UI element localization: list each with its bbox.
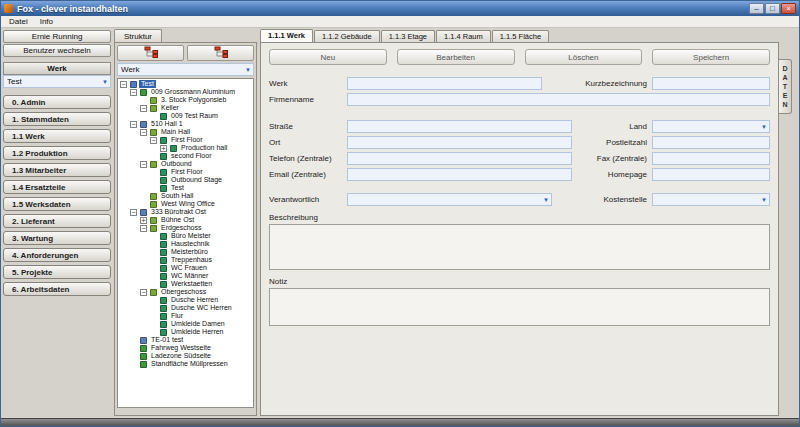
telefon-input[interactable]	[347, 152, 572, 165]
ort-input[interactable]	[347, 136, 572, 149]
tree-item[interactable]: Umkleide Herren	[118, 328, 253, 336]
sidebar-item-1-stammdaten[interactable]: 1. Stammdaten	[3, 112, 111, 126]
menu-item-info[interactable]: Info	[34, 17, 59, 26]
collapse-icon[interactable]: −	[140, 129, 147, 136]
tree-item[interactable]: −Main Hall	[118, 128, 253, 136]
firmenname-input[interactable]	[347, 93, 770, 106]
tree-item[interactable]: Werkstaetten	[118, 280, 253, 288]
tree-item[interactable]: Haustechnik	[118, 240, 253, 248]
verantwortlich-select[interactable]: ▼	[347, 193, 552, 206]
room-icon	[160, 177, 167, 184]
tree-item[interactable]: Ladezone Südseite	[118, 352, 253, 360]
tree-item[interactable]: Meisterbüro	[118, 248, 253, 256]
structure-filter-select[interactable]: Werk ▼	[117, 63, 254, 76]
collapse-icon[interactable]: −	[140, 289, 147, 296]
tree-item[interactable]: −Obergeschoss	[118, 288, 253, 296]
sidebar-item-1-1-werk[interactable]: 1.1 Werk	[3, 129, 111, 143]
tree-item[interactable]: Flur	[118, 312, 253, 320]
tab-1-1-4-raum[interactable]: 1.1.4 Raum	[436, 30, 491, 42]
tree-item[interactable]: 3. Stock Polygonsieb	[118, 96, 253, 104]
sidebar-item-3-wartung[interactable]: 3. Wartung	[3, 231, 111, 245]
werk-select[interactable]: Test ▼	[3, 75, 111, 88]
tree-item[interactable]: second Floor	[118, 152, 253, 160]
tree-item[interactable]: −009 Grossmann Aluminium	[118, 88, 253, 96]
tab-1-1-3-etage[interactable]: 1.1.3 Etage	[381, 30, 435, 42]
speichern-button[interactable]: Speichern	[652, 49, 770, 65]
tree-item[interactable]: Umkleide Damen	[118, 320, 253, 328]
tree-item[interactable]: First Floor	[118, 168, 253, 176]
bearbeiten-button[interactable]: Bearbeiten	[397, 49, 515, 65]
tree-item[interactable]: −First Floor	[118, 136, 253, 144]
collapse-all-button[interactable]	[117, 45, 184, 61]
tree-item[interactable]: −Keller	[118, 104, 253, 112]
kurzbezeichnung-input[interactable]	[652, 77, 770, 90]
tree-item[interactable]: TE-01 test	[118, 336, 253, 344]
land-select[interactable]: ▼	[652, 120, 770, 133]
sidebar-item-1-4-ersatzteile[interactable]: 1.4 Ersatzteile	[3, 180, 111, 194]
tree-item-label: First Floor	[169, 168, 205, 176]
tree-item[interactable]: Dusche Herren	[118, 296, 253, 304]
tree-item[interactable]: 009 Test Raum	[118, 112, 253, 120]
tree-item[interactable]: South Hall	[118, 192, 253, 200]
tab-1-1-1-werk[interactable]: 1.1.1 Werk	[260, 29, 313, 42]
collapse-icon[interactable]: −	[140, 161, 147, 168]
sidebar-item-6-arbeitsdaten[interactable]: 6. Arbeitsdaten	[3, 282, 111, 296]
expand-icon[interactable]: +	[140, 217, 147, 224]
tree-item[interactable]: +Bühne Ost	[118, 216, 253, 224]
switch-user-button[interactable]: Benutzer wechseln	[3, 44, 111, 57]
tree-item[interactable]: −510 Hall 1	[118, 120, 253, 128]
tree-item[interactable]: Standfläche Müllpressen	[118, 360, 253, 368]
current-user-button[interactable]: Ernie Running	[3, 30, 111, 43]
tree-item[interactable]: −Outbound	[118, 160, 253, 168]
löschen-button[interactable]: Löschen	[525, 49, 643, 65]
tree-item[interactable]: −Test	[118, 80, 253, 88]
beschreibung-textarea[interactable]	[269, 224, 770, 270]
tree-item[interactable]: Fahrweg Westseite	[118, 344, 253, 352]
sidebar-item-2-lieferant[interactable]: 2. Lieferant	[3, 214, 111, 228]
minimize-button[interactable]: –	[749, 3, 764, 14]
menu-item-datei[interactable]: Datei	[3, 17, 34, 26]
tree-item[interactable]: Büro Meister	[118, 232, 253, 240]
maximize-button[interactable]: □	[765, 3, 780, 14]
expand-all-button[interactable]	[187, 45, 254, 61]
strasse-input[interactable]	[347, 120, 572, 133]
tree-item[interactable]: −333 Bürotrakt Ost	[118, 208, 253, 216]
fax-input[interactable]	[652, 152, 770, 165]
tab-1-1-5-fläche[interactable]: 1.1.5 Fläche	[492, 30, 549, 42]
tree-item[interactable]: WC Männer	[118, 272, 253, 280]
collapse-icon[interactable]: −	[130, 89, 137, 96]
sidebar-item-0-admin[interactable]: 0. Admin	[3, 95, 111, 109]
neu-button[interactable]: Neu	[269, 49, 387, 65]
tree-item[interactable]: Outbound Stage	[118, 176, 253, 184]
email-input[interactable]	[347, 168, 572, 181]
sidebar-item-1-2-produktion[interactable]: 1.2 Produktion	[3, 146, 111, 160]
collapse-icon[interactable]: −	[140, 105, 147, 112]
sidebar-item-4-anforderungen[interactable]: 4. Anforderungen	[3, 248, 111, 262]
collapse-icon[interactable]: −	[130, 209, 137, 216]
tree-item[interactable]: Dusche WC Herren	[118, 304, 253, 312]
postleitzahl-input[interactable]	[652, 136, 770, 149]
sidebar-item-5-projekte[interactable]: 5. Projekte	[3, 265, 111, 279]
homepage-input[interactable]	[652, 168, 770, 181]
tree-item-label: Test	[139, 80, 156, 88]
expand-icon[interactable]: +	[160, 145, 167, 152]
werk-input[interactable]	[347, 77, 542, 90]
tab-struktur[interactable]: Struktur	[114, 29, 162, 42]
tree-item[interactable]: Test	[118, 184, 253, 192]
tree-item[interactable]: +Production hall	[118, 144, 253, 152]
tree-item[interactable]: −Erdgeschoss	[118, 224, 253, 232]
sidebar-item-1-3-mitarbeiter[interactable]: 1.3 Mitarbeiter	[3, 163, 111, 177]
collapse-icon[interactable]: −	[140, 225, 147, 232]
daten-side-tab[interactable]: DATEN	[779, 59, 792, 114]
collapse-icon[interactable]: −	[120, 81, 127, 88]
tab-1-1-2-gebäude[interactable]: 1.1.2 Gebäude	[314, 30, 380, 42]
tree-item[interactable]: West Wing Office	[118, 200, 253, 208]
collapse-icon[interactable]: −	[150, 137, 157, 144]
collapse-icon[interactable]: −	[130, 121, 137, 128]
tree-item[interactable]: Treppenhaus	[118, 256, 253, 264]
kostenstelle-select[interactable]: ▼	[652, 193, 770, 206]
sidebar-item-1-5-werksdaten[interactable]: 1.5 Werksdaten	[3, 197, 111, 211]
close-button[interactable]: ×	[781, 3, 796, 14]
tree-item[interactable]: WC Frauen	[118, 264, 253, 272]
notiz-textarea[interactable]	[269, 288, 770, 326]
